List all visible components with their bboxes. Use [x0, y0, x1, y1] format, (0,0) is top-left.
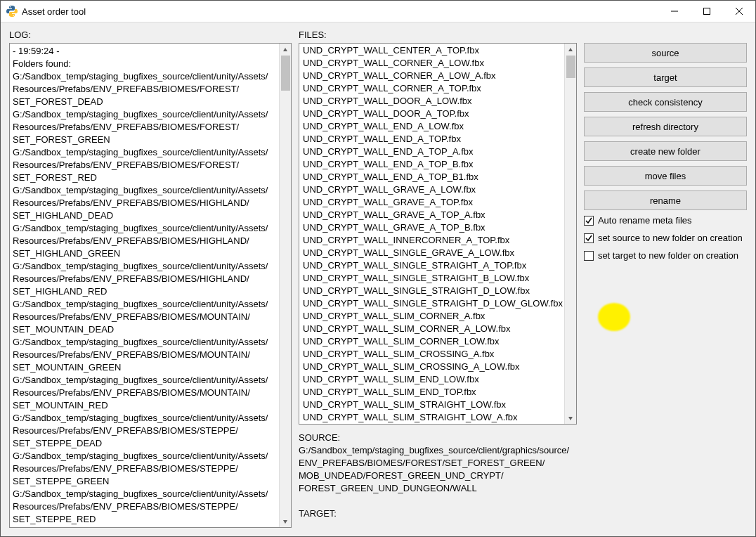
- file-item[interactable]: UND_CRYPT_WALL_DOOR_A_TOP.fbx: [301, 108, 563, 120]
- scroll-down-icon[interactable]: [280, 515, 291, 527]
- annotation-highlight: [598, 303, 630, 331]
- file-item[interactable]: UND_CRYPT_WALL_DOOR_A_LOW.fbx: [301, 95, 563, 108]
- svg-rect-3: [704, 8, 710, 15]
- log-panel: - 19:59:24 - Folders found: G:/Sandbox_t…: [9, 43, 292, 528]
- move-files-button[interactable]: move files: [584, 166, 747, 186]
- svg-marker-9: [568, 417, 573, 420]
- file-item[interactable]: UND_CRYPT_WALL_CORNER_A_LOW_A.fbx: [301, 70, 563, 82]
- file-item[interactable]: UND_CRYPT_WALL_CORNER_A_LOW.fbx: [301, 57, 563, 70]
- checkbox-icon[interactable]: [584, 216, 594, 226]
- python-icon: [6, 6, 18, 17]
- svg-marker-7: [283, 520, 287, 524]
- log-scrollbar[interactable]: [279, 44, 291, 527]
- file-item[interactable]: UND_CRYPT_WALL_SLIM_CORNER_A_LOW.fbx: [301, 323, 563, 335]
- check-label: Auto rename meta files: [598, 215, 692, 226]
- file-item[interactable]: UND_CRYPT_WALL_END_A_TOP_A.fbx: [301, 145, 563, 158]
- scroll-up-icon[interactable]: [280, 44, 291, 56]
- file-item[interactable]: UND_CRYPT_WALL_SLIM_CORNER_A.fbx: [301, 310, 563, 323]
- check-label: set target to new folder on creation: [598, 250, 738, 261]
- check-label: set source to new folder on creation: [598, 233, 743, 243]
- maximize-button[interactable]: [691, 1, 723, 22]
- file-item[interactable]: UND_CRYPT_WALL_SLIM_CROSSING_A_LOW.fbx: [301, 361, 563, 373]
- client-area: LOG: - 19:59:24 - Folders found: G:/Sand…: [1, 22, 755, 536]
- app-window: Asset order tool LOG: - 19:59:24 - Folde…: [0, 0, 756, 537]
- file-item[interactable]: UND_CRYPT_WALL_SLIM_CROSSING_A.fbx: [301, 348, 563, 361]
- file-item[interactable]: UND_CRYPT_WALL_SLIM_STRAIGHT_LOW_A.fbx: [301, 411, 563, 424]
- target-button[interactable]: target: [584, 67, 747, 87]
- file-item[interactable]: UND_CRYPT_WALL_SINGLE_STRAIGHT_A_TOP.fbx: [301, 259, 563, 272]
- titlebar: Asset order tool: [1, 1, 755, 22]
- log-content[interactable]: - 19:59:24 - Folders found: G:/Sandbox_t…: [10, 44, 279, 527]
- file-item[interactable]: UND_CRYPT_WALL_SLIM_END_LOW.fbx: [301, 373, 563, 386]
- files-panel: UND_CRYPT_WALL_CENTER_A_TOP.fbxUND_CRYPT…: [299, 43, 577, 425]
- log-label: LOG:: [9, 30, 292, 40]
- scroll-thumb[interactable]: [281, 56, 290, 91]
- check-set-source[interactable]: set source to new folder on creation: [584, 233, 747, 243]
- scroll-thumb[interactable]: [566, 56, 575, 78]
- file-item[interactable]: UND_CRYPT_WALL_SLIM_END_TOP.fbx: [301, 386, 563, 399]
- svg-point-0: [10, 6, 11, 8]
- svg-marker-6: [283, 48, 287, 51]
- file-item[interactable]: UND_CRYPT_WALL_CORNER_A_TOP.fbx: [301, 82, 563, 95]
- files-label: FILES:: [299, 30, 577, 40]
- file-item[interactable]: UND_CRYPT_WALL_SLIM_STRAIGHT_LOW.fbx: [301, 399, 563, 411]
- source-label: SOURCE:: [299, 432, 340, 443]
- refresh-directory-button[interactable]: refresh directory: [584, 117, 747, 136]
- create-new-folder-button[interactable]: create new folder: [584, 141, 747, 161]
- svg-marker-8: [568, 48, 573, 51]
- file-item[interactable]: UND_CRYPT_WALL_GRAVE_A_TOP_B.fbx: [301, 221, 563, 234]
- file-item[interactable]: UND_CRYPT_WALL_SINGLE_GRAVE_A_LOW.fbx: [301, 247, 563, 259]
- file-item[interactable]: UND_CRYPT_WALL_GRAVE_A_TOP.fbx: [301, 196, 563, 209]
- check-set-target[interactable]: set target to new folder on creation: [584, 250, 747, 261]
- files-scrollbar[interactable]: [564, 44, 576, 424]
- file-item[interactable]: UND_CRYPT_WALL_SLIM_CORNER_LOW.fbx: [301, 335, 563, 348]
- path-info: SOURCE: G:/Sandbox_temp/staging_bugfixes…: [299, 432, 577, 520]
- file-item[interactable]: UND_CRYPT_WALL_SINGLE_STRAIGHT_B_LOW.fbx: [301, 272, 563, 285]
- file-item[interactable]: UND_CRYPT_WALL_GRAVE_A_TOP_A.fbx: [301, 209, 563, 221]
- file-item[interactable]: UND_CRYPT_WALL_CENTER_A_TOP.fbx: [301, 44, 563, 57]
- target-label: TARGET:: [299, 508, 337, 519]
- file-item[interactable]: UND_CRYPT_WALL_END_A_TOP_B.fbx: [301, 158, 563, 171]
- source-path: G:/Sandbox_temp/staging_bugfixes_source/…: [299, 445, 569, 493]
- file-item[interactable]: UND_CRYPT_WALL_SINGLE_STRAIGHT_D_LOW.fbx: [301, 285, 563, 297]
- spacer: [584, 30, 747, 40]
- file-item[interactable]: UND_CRYPT_WALL_GRAVE_A_LOW.fbx: [301, 183, 563, 196]
- scroll-up-icon[interactable]: [565, 44, 576, 56]
- check-consistency-button[interactable]: check consistency: [584, 92, 747, 112]
- file-item[interactable]: UND_CRYPT_WALL_END_A_LOW.fbx: [301, 120, 563, 133]
- file-item[interactable]: UND_CRYPT_WALL_END_A_TOP_B1.fbx: [301, 171, 563, 183]
- checkbox-icon[interactable]: [584, 251, 594, 261]
- minimize-button[interactable]: [658, 1, 691, 22]
- checkbox-icon[interactable]: [584, 233, 594, 243]
- close-button[interactable]: [723, 1, 755, 22]
- source-button[interactable]: source: [584, 43, 747, 63]
- file-item[interactable]: UND_CRYPT_WALL_INNERCORNER_A_TOP.fbx: [301, 234, 563, 247]
- svg-point-1: [13, 15, 15, 16]
- check-auto-rename[interactable]: Auto rename meta files: [584, 215, 747, 226]
- files-listbox[interactable]: UND_CRYPT_WALL_CENTER_A_TOP.fbxUND_CRYPT…: [299, 44, 564, 424]
- rename-button[interactable]: rename: [584, 190, 747, 210]
- file-item[interactable]: UND_CRYPT_WALL_SINGLE_STRAIGHT_D_LOW_GLO…: [301, 297, 563, 310]
- window-title: Asset order tool: [22, 6, 86, 17]
- file-item[interactable]: UND_CRYPT_WALL_END_A_TOP.fbx: [301, 133, 563, 145]
- scroll-down-icon[interactable]: [565, 412, 576, 424]
